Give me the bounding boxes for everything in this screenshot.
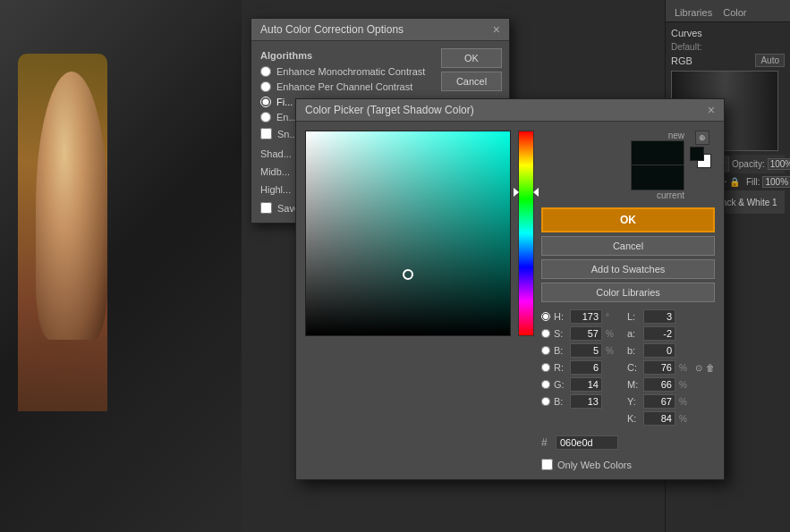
field-label-H: H: [554,311,566,322]
radio-perchannel-input[interactable] [260,81,271,92]
color-fields-left: H: 173 ° S: 57 % B: 5 % [541,309,622,428]
new-label: new [668,131,684,140]
field-unit-C: % [679,363,692,373]
tab-libraries[interactable]: Libraries [669,4,718,21]
field-row-C: C: 76 % ⊙ 🗑 [627,360,715,375]
canvas-area [0,0,242,532]
radio-mono-input[interactable] [260,66,271,77]
curves-rgb-row: RGB Auto [671,54,785,67]
gradient-cursor [403,269,413,280]
field-value-B[interactable]: 5 [570,343,602,358]
trash-icon[interactable]: 🗑 [706,363,715,373]
auto-color-cancel-button[interactable]: Cancel [441,72,502,91]
curves-default: Default: [671,42,785,52]
radio-S[interactable] [541,329,550,338]
radio-enhance-perchannel: Enhance Per Channel Contrast [260,81,429,92]
current-label: current [657,190,684,200]
fill-label: Fill: [746,177,760,187]
colorpicker-cancel-button[interactable]: Cancel [541,236,715,256]
field-value-R[interactable]: 6 [570,360,602,375]
color-libraries-button[interactable]: Color Libraries [541,283,715,302]
field-label-G: G: [554,379,566,390]
field-unit-B: % [606,346,618,356]
field-row-K: K: 84 % [627,411,715,426]
radio-R[interactable] [541,363,550,372]
opacity-label: Opacity: [732,159,765,169]
radio-fi-label: Fi... [276,97,293,107]
field-value-K[interactable]: 84 [643,411,675,426]
field-value-a[interactable]: -2 [643,326,675,341]
field-label-M: M: [627,379,640,390]
colorpicker-body: new current ⊕ OK Cancel Add to Sw [296,122,724,479]
curves-auto-button[interactable]: Auto [755,54,785,67]
field-value-C[interactable]: 76 [643,360,675,375]
radio-mono-label: Enhance Monochromatic Contrast [276,66,425,77]
colorpicker-close-button[interactable]: × [708,104,715,116]
field-row-G: G: 14 [541,377,622,392]
field-value-B2[interactable]: 13 [570,394,602,409]
color-picker-dialog: Color Picker (Target Shadow Color) × new [295,98,725,480]
only-web-row: Only Web Colors [541,459,715,470]
lock-padlock-icon[interactable]: 🔒 [729,175,740,188]
radio-G[interactable] [541,380,550,389]
radio-B[interactable] [541,346,550,355]
auto-color-ok-button[interactable]: OK [441,48,502,68]
save-checkbox[interactable] [260,202,272,214]
eyedropper-button[interactable]: ⊕ [695,131,709,145]
field-row-a: a: -2 [627,326,715,341]
field-label-K: K: [627,413,640,424]
field-row-S: S: 57 % [541,326,622,341]
field-value-G[interactable]: 14 [570,377,602,392]
radio-en-input[interactable] [260,112,271,122]
radio-fi-input[interactable] [260,97,271,107]
colorpicker-title-text: Color Picker (Target Shadow Color) [305,104,474,116]
field-row-b-lab: b: 0 [627,343,715,358]
snap-checkbox[interactable] [260,128,272,139]
radio-perchannel-label: Enhance Per Channel Contrast [276,81,412,92]
curves-title: Curves [671,28,785,38]
foreground-swatch[interactable] [690,147,704,161]
radio-en-label: En... [276,112,297,122]
field-label-Y: Y: [627,396,640,407]
field-row-R: R: 6 [541,360,622,375]
hex-input[interactable]: 060e0d [556,435,618,450]
field-unit-M: % [679,380,692,390]
field-value-L[interactable]: 3 [643,309,675,324]
hue-arrow-left [514,188,519,197]
color-new-swatch [631,140,684,165]
hue-slider[interactable] [518,131,534,336]
colorpicker-ok-button[interactable]: OK [541,207,715,232]
radio-H[interactable] [541,312,550,321]
field-row-H: H: 173 ° [541,309,622,324]
field-row-M: M: 66 % [627,377,715,392]
add-to-swatches-button[interactable]: Add to Swatches [541,259,715,279]
color-fields-right: L: 3 a: -2 b: 0 C: 76 % ⊙ [627,309,715,428]
field-unit-Y: % [679,397,692,407]
only-web-checkbox[interactable] [541,459,553,470]
hex-row: # 060e0d [541,435,715,450]
tab-color[interactable]: Color [718,4,752,21]
swatch-container [690,147,715,172]
auto-color-close-button[interactable]: × [493,23,500,36]
field-value-b-lab[interactable]: 0 [643,343,675,358]
field-label-a: a: [627,328,640,339]
field-row-B2: B: 13 [541,394,622,409]
colorpicker-title-bar: Color Picker (Target Shadow Color) × [296,99,724,122]
field-value-H[interactable]: 173 [570,309,602,324]
field-value-S[interactable]: 57 [570,326,602,341]
field-label-R: R: [554,362,566,373]
eyedropper-right-icon[interactable]: ⊙ [695,363,702,373]
field-unit-S: % [606,329,618,339]
fill-input[interactable] [762,176,790,188]
opacity-input[interactable] [768,158,790,170]
field-label-B2: B: [554,396,566,407]
field-unit-K: % [679,414,692,424]
radio-B2[interactable] [541,397,550,406]
canvas-image [0,0,242,532]
field-label-C: C: [627,362,640,373]
color-gradient-field[interactable] [305,131,511,336]
field-value-M[interactable]: 66 [643,377,675,392]
hex-label: # [541,436,552,449]
hue-slider-container [518,131,534,336]
field-value-Y[interactable]: 67 [643,394,675,409]
